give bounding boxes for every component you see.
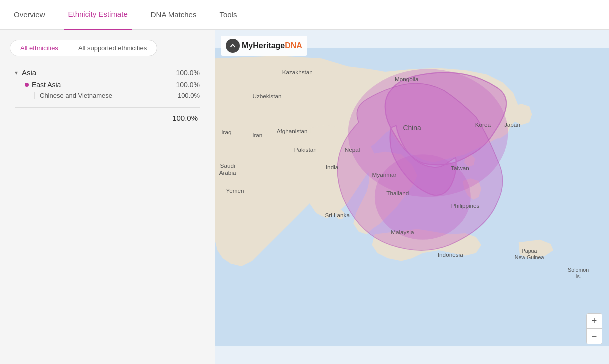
map-label-japan: Japan: [504, 121, 520, 128]
svg-text:Arabia: Arabia: [219, 169, 236, 176]
main-content: All ethnicities All supported ethnicitie…: [0, 30, 609, 364]
map-label-mongolia: Mongolia: [395, 76, 419, 82]
zoom-out-button[interactable]: −: [587, 329, 602, 344]
nav-ethnicity-estimate[interactable]: Ethnicity Estimate: [64, 0, 132, 30]
zoom-controls: + −: [586, 313, 602, 344]
map-label-nepal: Nepal: [345, 146, 360, 153]
map-label-iraq: Iraq: [221, 129, 231, 135]
east-asia-label-text: East Asia: [32, 81, 61, 89]
map-label-china: China: [403, 124, 421, 132]
map-label-thailand: Thailand: [386, 190, 409, 196]
map-label-afghanistan: Afghanistan: [277, 128, 308, 134]
map-label-taiwan: Taiwan: [451, 165, 469, 171]
east-asia-row: East Asia 100.0%: [25, 81, 200, 89]
map-label-saudi-arabia: Saudi: [220, 162, 235, 169]
east-asia-dot: [25, 83, 29, 87]
map-label-korea: Korea: [475, 121, 491, 128]
svg-point-0: [229, 42, 237, 50]
map-label-png: Papua: [522, 248, 537, 254]
toggle-all-ethnicities[interactable]: All ethnicities: [10, 40, 68, 56]
map-label-srilanka: Sri Lanka: [325, 212, 350, 218]
asia-row: ▾ Asia 100.0%: [15, 68, 200, 77]
zoom-in-button[interactable]: +: [587, 314, 602, 329]
map-label-yemen: Yemen: [226, 187, 244, 194]
total-row: 100.0%: [15, 114, 200, 122]
total-percentage: 100.0%: [172, 114, 198, 122]
svg-text:New Guinea: New Guinea: [515, 254, 544, 260]
logo-icon: [226, 39, 240, 53]
map-label-india: India: [326, 164, 339, 170]
top-navigation: Overview Ethnicity Estimate DNA Matches …: [0, 0, 609, 30]
map-label-myanmar: Myanmar: [372, 171, 397, 178]
map-label-uzbekistan: Uzbekistan: [252, 93, 281, 99]
ethnicity-toggle-group: All ethnicities All supported ethnicitie…: [10, 40, 157, 56]
map-container: MyHeritageDNA: [215, 30, 609, 364]
sub-region-label: Chinese and Vietnamese: [40, 92, 112, 99]
left-panel: All ethnicities All supported ethnicitie…: [0, 30, 215, 364]
chevron-icon[interactable]: ▾: [15, 69, 18, 76]
nav-overview[interactable]: Overview: [10, 0, 49, 30]
asia-percentage: 100.0%: [176, 69, 200, 77]
sub-region-percentage: 100.0%: [178, 92, 200, 99]
chinese-vietnamese-row: Chinese and Vietnamese 100.0%: [34, 92, 200, 99]
asia-label-text: Asia: [22, 68, 36, 77]
myheritage-logo: MyHeritageDNA: [221, 36, 307, 56]
logo-text: MyHeritageDNA: [242, 41, 302, 50]
map-label-solomon: Solomon: [568, 267, 589, 273]
svg-text:Is.: Is.: [576, 273, 581, 279]
divider: [15, 107, 200, 108]
nav-dna-matches[interactable]: DNA Matches: [147, 0, 201, 30]
map-label-malaysia: Malaysia: [391, 229, 414, 235]
map-label-indonesia: Indonesia: [438, 251, 463, 258]
map-svg: Kazakhstan Uzbekistan Afghanistan Pakist…: [215, 30, 609, 364]
map-label-iran: Iran: [252, 132, 262, 138]
east-asia-percentage: 100.0%: [176, 81, 200, 89]
nav-tools[interactable]: Tools: [215, 0, 241, 30]
ethnicity-list: ▾ Asia 100.0% East Asia 100.0% Chinese a…: [10, 68, 205, 122]
map-label-pakistan: Pakistan: [294, 146, 317, 153]
map-label-kazakhstan: Kazakhstan: [282, 69, 313, 75]
right-panel: MyHeritageDNA: [215, 30, 609, 364]
map-label-philippines: Philippines: [451, 202, 480, 209]
toggle-all-supported[interactable]: All supported ethnicities: [68, 40, 157, 56]
